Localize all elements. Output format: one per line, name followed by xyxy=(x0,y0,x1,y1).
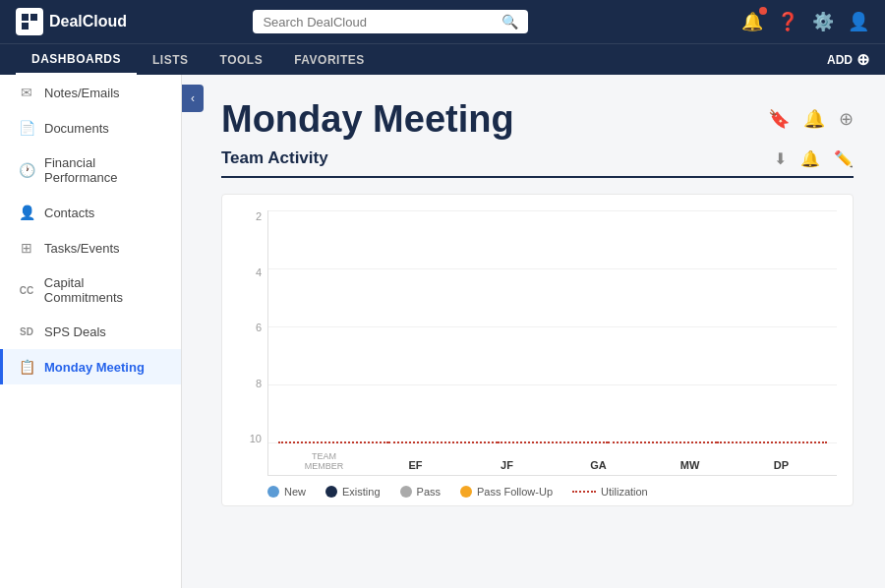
legend-dot-followup xyxy=(460,486,472,498)
x-label-dp: DP xyxy=(736,443,827,475)
top-nav: DealCloud 🔍 🔔 ❓ ⚙️ 👤 xyxy=(0,0,885,43)
bars-area: 5 4 7 7 8 2 6 xyxy=(268,210,837,443)
sidebar-item-capital[interactable]: CC Capital Commitments xyxy=(0,265,181,315)
help-icon[interactable]: ❓ xyxy=(777,11,798,32)
chart-area: 10 8 6 4 2 xyxy=(238,210,837,476)
nav-icons: 🔔 ❓ ⚙️ 👤 xyxy=(741,11,869,32)
y-label-4: 4 xyxy=(238,266,267,278)
sidebar-item-monday[interactable]: 📋 Monday Meeting xyxy=(0,349,181,384)
content-inner: Monday Meeting 🔖 🔔 ⊕ Team Activity ⬇ 🔔 ✏… xyxy=(182,75,885,526)
logo-area[interactable]: DealCloud xyxy=(16,8,127,35)
section-actions: ⬇ 🔔 ✏️ xyxy=(774,149,854,168)
svg-rect-2 xyxy=(22,23,29,29)
legend-dot-pass xyxy=(400,486,412,498)
svg-rect-1 xyxy=(30,14,37,21)
legend-existing: Existing xyxy=(325,486,381,498)
chart-body: 5 4 7 7 8 2 6 xyxy=(267,210,837,476)
nav-tools[interactable]: TOOLS xyxy=(205,44,279,75)
tasks-icon: ⊞ xyxy=(19,240,34,256)
section-header: Team Activity ⬇ 🔔 ✏️ xyxy=(221,148,854,178)
notes-icon: ✉ xyxy=(19,85,34,100)
nav-dashboards[interactable]: DASHBOARDS xyxy=(16,44,137,75)
main-layout: ✉ Notes/Emails 📄 Documents 🕐 Financial P… xyxy=(0,75,885,588)
legend-new: New xyxy=(267,486,306,498)
page-title: Monday Meeting xyxy=(221,98,514,141)
y-label-6: 6 xyxy=(238,322,267,333)
add-icon: ⊕ xyxy=(856,50,869,69)
sidebar-item-notes[interactable]: ✉ Notes/Emails xyxy=(0,75,181,110)
x-label-jf: JF xyxy=(461,443,553,475)
legend-dot-existing xyxy=(325,486,337,498)
chart-container: 10 8 6 4 2 xyxy=(221,194,854,506)
contacts-icon: 👤 xyxy=(19,205,34,220)
y-label-8: 8 xyxy=(238,378,267,389)
capital-icon: CC xyxy=(19,285,34,296)
sps-icon: SD xyxy=(19,326,34,337)
legend-utilization: Utilization xyxy=(572,486,648,498)
sidebar-item-sps[interactable]: SD SPS Deals xyxy=(0,315,181,349)
collapse-sidebar-button[interactable]: ‹ xyxy=(182,85,204,112)
user-icon[interactable]: 👤 xyxy=(848,11,869,32)
x-label-ef: EF xyxy=(370,443,461,475)
sidebar-item-contacts[interactable]: 👤 Contacts xyxy=(0,195,181,230)
search-input[interactable] xyxy=(263,15,502,29)
chart-legend: New Existing Pass Pass Follow-Up xyxy=(238,486,837,498)
x-label-team: TEAM MEMBER xyxy=(278,443,370,475)
add-button[interactable]: ADD ⊕ xyxy=(827,50,869,69)
y-axis: 10 8 6 4 2 xyxy=(238,210,267,476)
edit-icon[interactable]: ✏️ xyxy=(834,149,854,168)
notifications-icon[interactable]: 🔔 xyxy=(741,11,763,32)
content-area: ‹ Monday Meeting 🔖 🔔 ⊕ Team Activity ⬇ 🔔… xyxy=(182,75,885,588)
section-title: Team Activity xyxy=(221,148,328,168)
alert-icon[interactable]: 🔔 xyxy=(800,149,820,168)
second-nav: DASHBOARDS LISTS TOOLS FAVORITES ADD ⊕ xyxy=(0,43,885,75)
x-label-mw: MW xyxy=(644,443,736,475)
search-icon: 🔍 xyxy=(502,14,518,29)
legend-line-utilization xyxy=(572,491,596,493)
add-circle-icon[interactable]: ⊕ xyxy=(839,108,854,130)
x-labels: TEAM MEMBER EF JF GA xyxy=(268,443,837,475)
x-label-ga: GA xyxy=(553,443,644,475)
legend-pass: Pass xyxy=(400,486,441,498)
nav-favorites[interactable]: FAVORITES xyxy=(278,44,381,75)
settings-icon[interactable]: ⚙️ xyxy=(812,11,834,32)
monday-icon: 📋 xyxy=(19,359,34,375)
bookmark-icon[interactable]: 🔖 xyxy=(768,108,790,130)
financial-icon: 🕐 xyxy=(19,162,34,178)
header-actions: 🔖 🔔 ⊕ xyxy=(768,98,854,130)
sidebar-item-documents[interactable]: 📄 Documents xyxy=(0,110,181,146)
search-bar[interactable]: 🔍 xyxy=(253,10,528,33)
page-header: Monday Meeting 🔖 🔔 ⊕ xyxy=(221,98,854,141)
download-icon[interactable]: ⬇ xyxy=(774,149,787,168)
y-label-2: 2 xyxy=(238,210,267,222)
logo-text: DealCloud xyxy=(49,13,127,30)
nav-lists[interactable]: LISTS xyxy=(137,44,205,75)
sidebar-item-financial[interactable]: 🕐 Financial Performance xyxy=(0,146,181,195)
bell-icon[interactable]: 🔔 xyxy=(803,108,825,130)
logo-icon xyxy=(16,8,43,35)
y-label-10: 10 xyxy=(238,433,267,444)
sidebar-item-tasks[interactable]: ⊞ Tasks/Events xyxy=(0,230,181,265)
legend-dot-new xyxy=(267,486,279,498)
svg-rect-0 xyxy=(22,14,29,21)
legend-followup: Pass Follow-Up xyxy=(460,486,553,498)
documents-icon: 📄 xyxy=(19,120,34,136)
sidebar: ✉ Notes/Emails 📄 Documents 🕐 Financial P… xyxy=(0,75,182,588)
